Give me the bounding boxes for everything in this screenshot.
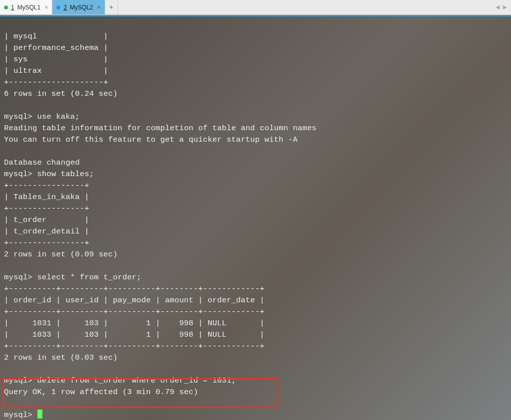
- status-dot-icon: [4, 5, 8, 9]
- prompt: mysql>: [4, 411, 37, 420]
- db-row: | ultrax |: [4, 66, 108, 75]
- nav-prev-icon[interactable]: ◄: [495, 3, 501, 11]
- use-msg: Reading table information for completion…: [4, 124, 317, 133]
- close-icon[interactable]: ×: [44, 4, 48, 11]
- tab-mysql1[interactable]: 1 MySQL1 ×: [0, 0, 52, 14]
- order-border: +----------+---------+----------+-------…: [4, 307, 265, 316]
- db-result: 6 rows in set (0.24 sec): [4, 89, 118, 98]
- use-msg: You can turn off this feature to get a q…: [4, 135, 298, 144]
- nav-next-icon[interactable]: ►: [502, 3, 508, 11]
- tab-label: MySQL1: [17, 4, 41, 11]
- order-header: | order_id | user_id | pay_mode | amount…: [4, 296, 265, 305]
- tables-header: | Tables_in_kaka |: [4, 193, 89, 202]
- delete-cmd: mysql> delete from t_order where order_i…: [4, 376, 236, 385]
- tables-border: +----------------+: [4, 238, 89, 247]
- db-border: +--------------------+: [4, 78, 108, 87]
- order-row: | 1033 | 103 | 1 | 998 | NULL |: [4, 330, 265, 339]
- tab-nav: ◄ ►: [495, 3, 511, 11]
- db-row: | performance_schema |: [4, 43, 108, 52]
- close-icon[interactable]: ×: [97, 4, 101, 11]
- select-cmd: mysql> select * from t_order;: [4, 273, 142, 282]
- db-changed: Database changed: [4, 158, 80, 167]
- tab-bar: 1 MySQL1 × 2 MySQL2 × + ◄ ►: [0, 0, 511, 15]
- status-dot-icon: [56, 5, 60, 9]
- order-border: +----------+---------+----------+-------…: [4, 342, 265, 351]
- tab-mysql2[interactable]: 2 MySQL2 ×: [52, 0, 105, 14]
- tab-index: 2: [63, 4, 67, 11]
- tables-border: +----------------+: [4, 204, 89, 213]
- show-tables-cmd: mysql> show tables;: [4, 170, 94, 179]
- db-row: | mysql |: [4, 32, 108, 41]
- order-row: | 1031 | 103 | 1 | 998 | NULL |: [4, 319, 265, 328]
- cursor-icon: [37, 410, 42, 419]
- order-border: +----------+---------+----------+-------…: [4, 284, 265, 293]
- tables-row: | t_order_detail |: [4, 227, 89, 236]
- tables-border: +----------------+: [4, 181, 89, 190]
- add-tab-button[interactable]: +: [105, 0, 118, 14]
- delete-result: Query OK, 1 row affected (3 min 0.79 sec…: [4, 388, 198, 397]
- use-cmd: mysql> use kaka;: [4, 112, 80, 121]
- tab-label: MySQL2: [70, 4, 93, 11]
- tables-result: 2 rows in set (0.09 sec): [4, 250, 118, 259]
- terminal-content: | mysql | | performance_schema | | sys |…: [0, 16, 511, 420]
- db-row: | sys |: [4, 55, 108, 64]
- tab-index: 1: [11, 4, 14, 11]
- tables-row: | t_order |: [4, 215, 89, 224]
- order-result: 2 rows in set (0.03 sec): [4, 353, 118, 362]
- terminal-area[interactable]: | mysql | | performance_schema | | sys |…: [0, 16, 511, 420]
